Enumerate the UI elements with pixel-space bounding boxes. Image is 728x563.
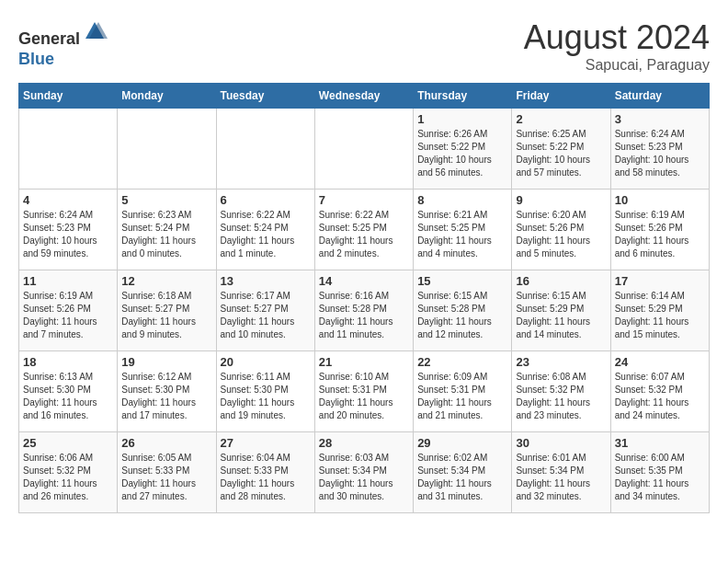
day-number: 2 (516, 112, 606, 126)
day-number: 17 (615, 274, 705, 288)
day-number: 7 (319, 193, 409, 207)
header-row: SundayMondayTuesdayWednesdayThursdayFrid… (19, 84, 710, 109)
day-header-wednesday: Wednesday (314, 84, 413, 109)
cell-info: Sunrise: 6:07 AMSunset: 5:32 PMDaylight:… (615, 371, 705, 422)
day-cell: 27Sunrise: 6:04 AMSunset: 5:33 PMDayligh… (216, 432, 314, 513)
day-header-friday: Friday (512, 84, 610, 109)
logo-blue: Blue (18, 50, 54, 68)
day-cell (216, 109, 314, 190)
day-cell: 4Sunrise: 6:24 AMSunset: 5:23 PMDaylight… (19, 190, 118, 270)
day-header-saturday: Saturday (610, 84, 709, 109)
cell-info: Sunrise: 6:22 AMSunset: 5:25 PMDaylight:… (319, 209, 409, 260)
day-header-tuesday: Tuesday (216, 84, 314, 109)
cell-info: Sunrise: 6:11 AMSunset: 5:30 PMDaylight:… (221, 371, 311, 422)
day-number: 6 (221, 193, 311, 207)
day-number: 29 (417, 436, 507, 450)
cell-info: Sunrise: 6:03 AMSunset: 5:34 PMDaylight:… (319, 452, 409, 503)
day-cell: 17Sunrise: 6:14 AMSunset: 5:29 PMDayligh… (610, 270, 709, 351)
cell-info: Sunrise: 6:19 AMSunset: 5:26 PMDaylight:… (23, 290, 113, 341)
day-cell: 21Sunrise: 6:10 AMSunset: 5:31 PMDayligh… (314, 351, 413, 432)
day-cell: 31Sunrise: 6:00 AMSunset: 5:35 PMDayligh… (610, 432, 709, 513)
day-header-thursday: Thursday (414, 84, 512, 109)
week-row-5: 25Sunrise: 6:06 AMSunset: 5:32 PMDayligh… (19, 432, 710, 513)
week-row-4: 18Sunrise: 6:13 AMSunset: 5:30 PMDayligh… (19, 351, 710, 432)
day-number: 23 (516, 355, 606, 369)
day-cell: 2Sunrise: 6:25 AMSunset: 5:22 PMDaylight… (512, 109, 610, 190)
cell-info: Sunrise: 6:26 AMSunset: 5:22 PMDaylight:… (417, 128, 507, 179)
logo-general: General (18, 29, 80, 48)
cell-info: Sunrise: 6:13 AMSunset: 5:30 PMDaylight:… (23, 371, 113, 422)
cell-info: Sunrise: 6:19 AMSunset: 5:26 PMDaylight:… (615, 209, 705, 260)
day-cell: 15Sunrise: 6:15 AMSunset: 5:28 PMDayligh… (414, 270, 512, 351)
cell-info: Sunrise: 6:06 AMSunset: 5:32 PMDaylight:… (23, 452, 113, 503)
cell-info: Sunrise: 6:25 AMSunset: 5:22 PMDaylight:… (516, 128, 606, 179)
day-cell: 25Sunrise: 6:06 AMSunset: 5:32 PMDayligh… (19, 432, 118, 513)
title-area: August 2024 Sapucai, Paraguay (524, 18, 710, 74)
day-number: 22 (417, 355, 507, 369)
cell-info: Sunrise: 6:24 AMSunset: 5:23 PMDaylight:… (23, 209, 113, 260)
cell-info: Sunrise: 6:16 AMSunset: 5:28 PMDaylight:… (319, 290, 409, 341)
day-cell (19, 109, 118, 190)
day-number: 10 (615, 193, 705, 207)
cell-info: Sunrise: 6:12 AMSunset: 5:30 PMDaylight:… (121, 371, 211, 422)
day-number: 1 (417, 112, 507, 126)
day-number: 15 (417, 274, 507, 288)
day-number: 21 (319, 355, 409, 369)
cell-info: Sunrise: 6:05 AMSunset: 5:33 PMDaylight:… (121, 452, 211, 503)
cell-info: Sunrise: 6:02 AMSunset: 5:34 PMDaylight:… (417, 452, 507, 503)
cell-info: Sunrise: 6:15 AMSunset: 5:29 PMDaylight:… (516, 290, 606, 341)
day-cell: 29Sunrise: 6:02 AMSunset: 5:34 PMDayligh… (414, 432, 512, 513)
day-number: 27 (221, 436, 311, 450)
day-cell: 5Sunrise: 6:23 AMSunset: 5:24 PMDaylight… (118, 190, 216, 270)
day-number: 9 (516, 193, 606, 207)
day-number: 18 (23, 355, 113, 369)
day-number: 11 (23, 274, 113, 288)
cell-info: Sunrise: 6:00 AMSunset: 5:35 PMDaylight:… (615, 452, 705, 503)
cell-info: Sunrise: 6:14 AMSunset: 5:29 PMDaylight:… (615, 290, 705, 341)
day-number: 16 (516, 274, 606, 288)
cell-info: Sunrise: 6:09 AMSunset: 5:31 PMDaylight:… (417, 371, 507, 422)
day-cell: 1Sunrise: 6:26 AMSunset: 5:22 PMDaylight… (414, 109, 512, 190)
day-number: 30 (516, 436, 606, 450)
day-number: 4 (23, 193, 113, 207)
week-row-3: 11Sunrise: 6:19 AMSunset: 5:26 PMDayligh… (19, 270, 710, 351)
calendar-header: SundayMondayTuesdayWednesdayThursdayFrid… (19, 84, 710, 109)
day-cell: 9Sunrise: 6:20 AMSunset: 5:26 PMDaylight… (512, 190, 610, 270)
cell-info: Sunrise: 6:24 AMSunset: 5:23 PMDaylight:… (615, 128, 705, 179)
cell-info: Sunrise: 6:17 AMSunset: 5:27 PMDaylight:… (221, 290, 311, 341)
cell-info: Sunrise: 6:04 AMSunset: 5:33 PMDaylight:… (221, 452, 311, 503)
location-subtitle: Sapucai, Paraguay (524, 57, 710, 74)
day-cell: 11Sunrise: 6:19 AMSunset: 5:26 PMDayligh… (19, 270, 118, 351)
cell-info: Sunrise: 6:23 AMSunset: 5:24 PMDaylight:… (121, 209, 211, 260)
day-cell: 26Sunrise: 6:05 AMSunset: 5:33 PMDayligh… (118, 432, 216, 513)
day-number: 12 (121, 274, 211, 288)
day-cell (118, 109, 216, 190)
day-cell: 14Sunrise: 6:16 AMSunset: 5:28 PMDayligh… (314, 270, 413, 351)
day-number: 25 (23, 436, 113, 450)
day-number: 14 (319, 274, 409, 288)
day-number: 24 (615, 355, 705, 369)
logo-icon (82, 18, 108, 44)
day-cell (314, 109, 413, 190)
day-cell: 23Sunrise: 6:08 AMSunset: 5:32 PMDayligh… (512, 351, 610, 432)
day-number: 31 (615, 436, 705, 450)
logo: General Blue (18, 18, 108, 69)
day-cell: 7Sunrise: 6:22 AMSunset: 5:25 PMDaylight… (314, 190, 413, 270)
cell-info: Sunrise: 6:15 AMSunset: 5:28 PMDaylight:… (417, 290, 507, 341)
day-number: 19 (121, 355, 211, 369)
cell-info: Sunrise: 6:01 AMSunset: 5:34 PMDaylight:… (516, 452, 606, 503)
page-header: General Blue August 2024 Sapucai, Paragu… (18, 18, 710, 74)
cell-info: Sunrise: 6:22 AMSunset: 5:24 PMDaylight:… (221, 209, 311, 260)
day-number: 13 (221, 274, 311, 288)
week-row-1: 1Sunrise: 6:26 AMSunset: 5:22 PMDaylight… (19, 109, 710, 190)
day-cell: 28Sunrise: 6:03 AMSunset: 5:34 PMDayligh… (314, 432, 413, 513)
calendar-table: SundayMondayTuesdayWednesdayThursdayFrid… (18, 83, 710, 513)
cell-info: Sunrise: 6:20 AMSunset: 5:26 PMDaylight:… (516, 209, 606, 260)
day-number: 8 (417, 193, 507, 207)
day-header-monday: Monday (118, 84, 216, 109)
cell-info: Sunrise: 6:10 AMSunset: 5:31 PMDaylight:… (319, 371, 409, 422)
day-cell: 10Sunrise: 6:19 AMSunset: 5:26 PMDayligh… (610, 190, 709, 270)
day-cell: 3Sunrise: 6:24 AMSunset: 5:23 PMDaylight… (610, 109, 709, 190)
day-number: 28 (319, 436, 409, 450)
day-cell: 6Sunrise: 6:22 AMSunset: 5:24 PMDaylight… (216, 190, 314, 270)
